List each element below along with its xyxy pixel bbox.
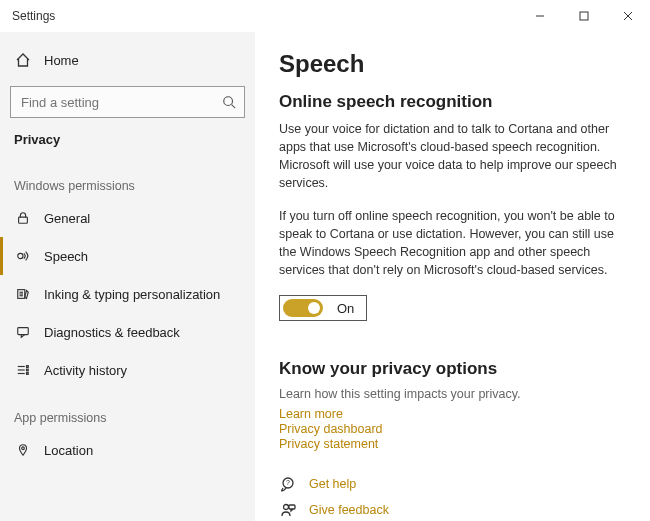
sidebar-item-location[interactable]: Location bbox=[0, 431, 255, 469]
minimize-button[interactable] bbox=[518, 0, 562, 32]
link-get-help[interactable]: ? Get help bbox=[279, 476, 620, 492]
section-online-speech-p2: If you turn off online speech recognitio… bbox=[279, 207, 620, 280]
sidebar: Home Privacy Windows permissions General bbox=[0, 32, 255, 521]
link-learn-more[interactable]: Learn more bbox=[279, 407, 620, 421]
link-privacy-dashboard[interactable]: Privacy dashboard bbox=[279, 422, 620, 436]
section-online-speech-p1: Use your voice for dictation and to talk… bbox=[279, 120, 620, 193]
sidebar-home[interactable]: Home bbox=[0, 42, 255, 78]
help-icon: ? bbox=[279, 476, 297, 492]
svg-rect-23 bbox=[289, 505, 295, 509]
svg-point-19 bbox=[22, 447, 25, 450]
link-give-feedback[interactable]: Give feedback bbox=[279, 502, 620, 518]
group-windows-permissions: Windows permissions bbox=[0, 157, 255, 199]
search-icon bbox=[222, 95, 236, 109]
home-icon bbox=[14, 52, 32, 68]
sidebar-item-diagnostics[interactable]: Diagnostics & feedback bbox=[0, 313, 255, 351]
feedback-person-icon bbox=[279, 502, 297, 518]
sidebar-item-activity[interactable]: Activity history bbox=[0, 351, 255, 389]
toggle-knob bbox=[308, 302, 320, 314]
maximize-button[interactable] bbox=[562, 0, 606, 32]
sidebar-item-speech[interactable]: Speech bbox=[0, 237, 255, 275]
titlebar: Settings bbox=[0, 0, 650, 32]
link-label: Give feedback bbox=[309, 503, 389, 517]
close-button[interactable] bbox=[606, 0, 650, 32]
svg-line-5 bbox=[232, 105, 236, 109]
svg-rect-16 bbox=[27, 366, 29, 368]
location-icon bbox=[14, 443, 32, 457]
privacy-options-hint: Learn how this setting impacts your priv… bbox=[279, 387, 620, 401]
sidebar-item-label: Speech bbox=[44, 249, 88, 264]
sidebar-item-general[interactable]: General bbox=[0, 199, 255, 237]
page-title: Speech bbox=[279, 50, 620, 78]
search-field[interactable] bbox=[19, 94, 222, 111]
svg-point-4 bbox=[224, 97, 233, 106]
sidebar-item-label: Inking & typing personalization bbox=[44, 287, 220, 302]
section-online-speech-title: Online speech recognition bbox=[279, 92, 620, 112]
inking-icon bbox=[14, 287, 32, 301]
window-title: Settings bbox=[12, 9, 55, 23]
svg-rect-6 bbox=[19, 217, 28, 223]
online-speech-toggle[interactable]: On bbox=[279, 295, 367, 321]
feedback-icon bbox=[14, 325, 32, 339]
svg-rect-18 bbox=[27, 373, 29, 375]
section-privacy-options-title: Know your privacy options bbox=[279, 359, 620, 379]
svg-point-22 bbox=[284, 505, 289, 510]
toggle-pill bbox=[283, 299, 323, 317]
search-input[interactable] bbox=[10, 86, 245, 118]
sidebar-item-inking[interactable]: Inking & typing personalization bbox=[0, 275, 255, 313]
activity-icon bbox=[14, 363, 32, 377]
link-label: Get help bbox=[309, 477, 356, 491]
svg-text:?: ? bbox=[286, 479, 290, 486]
svg-point-7 bbox=[18, 253, 23, 258]
speech-icon bbox=[14, 249, 32, 263]
sidebar-home-label: Home bbox=[44, 53, 79, 68]
group-app-permissions: App permissions bbox=[0, 389, 255, 431]
sidebar-item-label: Diagnostics & feedback bbox=[44, 325, 180, 340]
svg-rect-12 bbox=[18, 328, 29, 335]
svg-rect-17 bbox=[27, 369, 29, 371]
sidebar-category[interactable]: Privacy bbox=[0, 128, 255, 157]
svg-rect-1 bbox=[580, 12, 588, 20]
sidebar-item-label: Location bbox=[44, 443, 93, 458]
link-privacy-statement[interactable]: Privacy statement bbox=[279, 437, 620, 451]
sidebar-item-label: Activity history bbox=[44, 363, 127, 378]
toggle-state-label: On bbox=[337, 301, 354, 316]
lock-icon bbox=[14, 211, 32, 225]
sidebar-item-label: General bbox=[44, 211, 90, 226]
content-pane: Speech Online speech recognition Use you… bbox=[255, 32, 650, 521]
